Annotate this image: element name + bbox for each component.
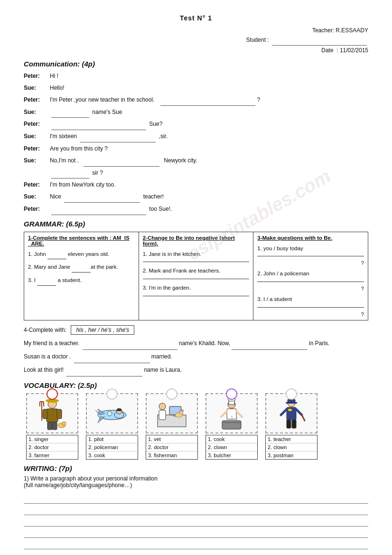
complete-with-label: 4-Complete with: <box>24 327 66 333</box>
dialogue-line-11: Sue: Nice teacher! <box>24 191 368 203</box>
vocab-label-4-2: 2. clown <box>206 443 257 452</box>
student-blank <box>272 35 367 45</box>
vocab-label-2-2: 2. policeman <box>86 443 138 452</box>
vocab-label-2-3: 3. cook <box>86 452 138 459</box>
grammar-col2-item2: 2. Mark and Frank are teachers. <box>143 266 250 276</box>
vocabulary-title: VOCABULARY: (2.5p) <box>24 381 368 389</box>
speaker-blank-1 <box>24 168 50 179</box>
vocab-figure-1 <box>33 397 71 430</box>
svg-rect-47 <box>292 420 296 428</box>
svg-rect-4 <box>47 422 52 430</box>
vocab-img-2 <box>86 393 138 433</box>
speaker-peter-4: Peter: <box>24 143 50 154</box>
svg-line-48 <box>281 409 287 415</box>
dialogue-line-2: Sue: Hello! <box>24 83 368 94</box>
svg-rect-36 <box>227 409 236 419</box>
svg-line-50 <box>302 415 305 421</box>
dialogue-line-9: sir ? <box>24 168 368 179</box>
dialogue-line-4: Sue: name's Sue <box>24 107 368 118</box>
dialogue-line-6: Sue: I'm sixteen ,sir. <box>24 131 368 142</box>
vocab-img-3 <box>146 393 198 433</box>
vocab-figure-4 <box>213 397 251 430</box>
vocabulary-images: 1. singer 2. doctor 3. farmer <box>24 393 368 460</box>
fill-sentence-3: Look at this girl! name is Laura. <box>24 364 368 376</box>
vocab-circle-3 <box>166 388 177 400</box>
svg-rect-2 <box>43 409 47 419</box>
svg-rect-37 <box>222 421 241 429</box>
complete-with-section: 4-Complete with: his , her / he's , she'… <box>24 325 368 335</box>
speaker-peter-2: Peter: <box>24 94 50 105</box>
vocab-item-1: 1. singer 2. doctor 3. farmer <box>24 393 81 460</box>
writing-line-6 <box>24 549 368 555</box>
vocab-circle-4 <box>226 388 237 400</box>
vocab-label-3-1: 1. vet <box>146 435 197 443</box>
svg-rect-1 <box>47 409 58 422</box>
writing-title: WRITING: (7p) <box>24 464 368 472</box>
vocab-img-4 <box>205 393 258 433</box>
svg-line-49 <box>296 409 302 415</box>
grammar-col1-item2: 2. Mary and Jane at the park. <box>28 262 135 273</box>
fill-sentence-1: My friend is a teacher. name's Khalid. N… <box>24 338 368 350</box>
writing-lines <box>24 492 368 555</box>
grammar-col2: 2-Change to Be into negative (short form… <box>139 232 253 320</box>
writing-instruction-2: (full name/age/job/city/languages/phone…… <box>24 482 368 489</box>
grammar-col2-item1: 1. Jane is in the kitchen. <box>143 249 250 259</box>
dialogue-text-10: I'm from NewYork city too. <box>50 179 368 190</box>
dialogue-text-8: No,I'm not . Newyork city. <box>50 155 368 167</box>
writing-line-4 <box>24 527 368 538</box>
dialogue-line-10: Peter: I'm from NewYork city too. <box>24 179 368 190</box>
svg-rect-45 <box>288 409 292 411</box>
grammar-col3-item2: 2. John / a policeman <box>257 269 364 279</box>
grammar-col3-item1: 1. you / busy today <box>257 244 364 254</box>
teacher-label: Teacher: R.ESSAADY <box>24 26 368 35</box>
dialogue-line-3: Peter: I'm Peter ,your new teacher in th… <box>24 94 368 106</box>
header-info: Teacher: R.ESSAADY Student : Date : 11/0… <box>24 26 368 55</box>
vocab-figure-5 <box>272 397 310 430</box>
writing-line-5 <box>24 538 368 549</box>
grammar-title: GRAMMAR: (6.5p) <box>24 220 368 228</box>
svg-rect-43 <box>286 402 297 404</box>
vocab-img-5 <box>265 393 317 433</box>
dialogue-text-2: Hello! <box>50 83 368 94</box>
svg-rect-46 <box>287 420 291 428</box>
vocab-label-4-1: 1. cook <box>206 435 257 443</box>
svg-point-22 <box>107 411 112 416</box>
vocab-label-5-3: 3. postman <box>266 452 317 459</box>
vocab-figure-2 <box>93 397 131 430</box>
vocab-label-4-3: 3. butcher <box>206 452 257 459</box>
dialogue-text-3: I'm Peter ,your new teacher in the schoo… <box>50 94 368 106</box>
svg-point-27 <box>159 403 166 410</box>
dialogue-section: Peter: Hi ! Sue: Hello! Peter: I'm Peter… <box>24 71 368 215</box>
vocab-item-3: 1. vet 2. doctor 3. fisherman <box>143 393 200 460</box>
svg-rect-28 <box>159 410 166 420</box>
fill-sentence-2: Susan is a doctor . married. <box>24 351 368 363</box>
dialogue-text-7: Are you from this city ? <box>50 143 368 154</box>
speaker-sue-4: Sue: <box>24 155 50 166</box>
grammar-col2-item3: 3. I'm in the garden. <box>143 283 250 293</box>
grammar-col1-item3: 3. I a student. <box>28 275 135 286</box>
writing-instructions: 1) Write a paragraph about your personal… <box>24 475 368 489</box>
speaker-peter-3: Peter: <box>24 119 50 130</box>
vocab-labels-2: 1. pilot 2. policeman 3. cook <box>86 435 138 460</box>
dialogue-line-5: Peter: Sue? <box>24 119 368 130</box>
grammar-col3-header: 3-Make questions with to Be. <box>257 235 364 241</box>
grammar-col3-item3: 3. I / a student <box>257 294 364 304</box>
svg-marker-18 <box>98 417 105 423</box>
dialogue-line-7: Peter: Are you from this city ? <box>24 143 368 154</box>
student-label: Student : <box>24 35 368 45</box>
vocab-item-2: 1. pilot 2. policeman 3. cook <box>84 393 140 460</box>
svg-rect-5 <box>52 422 57 430</box>
vocab-label-1-1: 1. singer <box>27 435 78 443</box>
writing-line-3 <box>24 515 368 527</box>
grammar-col2-header: 2-Change to Be into negative (short form… <box>143 235 250 246</box>
svg-rect-21 <box>117 409 121 411</box>
vocab-labels-5: 1. teacher 2. clown 3. postman <box>265 435 317 460</box>
writing-instruction-1: 1) Write a paragraph about your personal… <box>24 475 368 482</box>
grammar-col3: 3-Make questions with to Be. 1. you / bu… <box>253 232 368 320</box>
vocab-labels-3: 1. vet 2. doctor 3. fisherman <box>146 435 198 460</box>
vocab-item-5: 1. teacher 2. clown 3. postman <box>263 393 320 460</box>
speaker-sue-3: Sue: <box>24 131 50 142</box>
dialogue-text-9: sir ? <box>50 168 368 179</box>
vocab-circle-5 <box>286 388 297 400</box>
svg-rect-3 <box>57 409 62 419</box>
